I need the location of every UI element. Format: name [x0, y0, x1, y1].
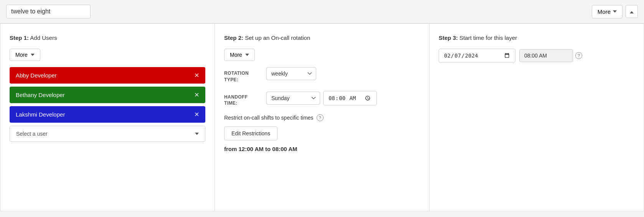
handoff-time-label: HANDOFFTIME:	[224, 91, 266, 107]
rotation-type-control: weekly daily custom	[266, 67, 420, 80]
more-chevron-step2-icon	[245, 54, 249, 56]
user-item-lakshmi[interactable]: Lakshmi Developer ✕	[10, 106, 205, 123]
remove-lakshmi-icon[interactable]: ✕	[194, 111, 199, 118]
remove-abby-icon[interactable]: ✕	[194, 72, 199, 79]
step1-text: Add Users	[29, 35, 57, 41]
top-bar: More	[0, 0, 644, 23]
remove-bethany-icon[interactable]: ✕	[194, 91, 199, 99]
edit-restrictions-button[interactable]: Edit Restrictions	[224, 127, 277, 140]
step2-bold: Step 2:	[224, 35, 243, 41]
handoff-day-select[interactable]: Sunday Monday Tuesday Wednesday Thursday…	[266, 92, 320, 105]
schedule-title-input[interactable]	[6, 5, 91, 18]
user-item-abby[interactable]: Abby Developer ✕	[10, 67, 205, 84]
step1-header: Step 1: Add Users	[10, 35, 205, 41]
select-user-dropdown[interactable]: Select a user	[10, 126, 205, 142]
more-btn-step1-label: More	[15, 52, 28, 58]
more-btn-step2-label: More	[230, 52, 242, 58]
restrict-help-icon[interactable]: ?	[317, 114, 324, 121]
collapse-button[interactable]	[626, 5, 638, 18]
step1-bold: Step 1:	[10, 35, 29, 41]
step3-bold: Step 3:	[439, 35, 458, 41]
top-right-controls: More	[592, 5, 638, 18]
more-chevron-step1-icon	[31, 54, 35, 56]
step2-text: Set up an On-call rotation	[243, 35, 310, 41]
user-lakshmi-name: Lakshmi Developer	[16, 111, 65, 118]
start-time-input[interactable]	[519, 49, 573, 62]
restrict-label: Restrict on-call shifts to specific time…	[224, 115, 314, 121]
step3-text: Start time for this layer	[458, 35, 517, 41]
handoff-time-input[interactable]	[323, 91, 377, 106]
select-user-chevron-icon	[195, 133, 199, 135]
more-button-step1[interactable]: More	[10, 49, 40, 61]
start-date-input[interactable]	[439, 49, 515, 62]
step3-help-icon[interactable]: ?	[575, 52, 582, 59]
handoff-time-control: Sunday Monday Tuesday Wednesday Thursday…	[266, 91, 420, 106]
step3-controls: ?	[439, 49, 634, 62]
more-chevron-down-icon	[613, 10, 617, 13]
rotation-type-select[interactable]: weekly daily custom	[266, 67, 316, 80]
handoff-time-row: HANDOFFTIME: Sunday Monday Tuesday Wedne…	[224, 91, 420, 107]
rotation-type-label: ROTATIONTYPE:	[224, 67, 266, 83]
select-user-placeholder: Select a user	[16, 131, 48, 137]
from-to-text: from 12:00 AM to 08:00 AM	[224, 146, 420, 152]
user-abby-name: Abby Developer	[16, 72, 57, 79]
chevron-up-icon	[630, 11, 634, 13]
step2-column: Step 2: Set up an On-call rotation More …	[215, 24, 429, 211]
main-content: Step 1: Add Users More Abby Developer ✕ …	[0, 23, 644, 211]
rotation-type-row: ROTATIONTYPE: weekly daily custom	[224, 67, 420, 83]
more-button-step2[interactable]: More	[224, 49, 255, 61]
more-button-top-label: More	[598, 8, 611, 15]
edit-restrictions-label: Edit Restrictions	[231, 130, 270, 136]
step3-header: Step 3: Start time for this layer	[439, 35, 634, 41]
handoff-controls: Sunday Monday Tuesday Wednesday Thursday…	[266, 91, 420, 106]
user-item-bethany[interactable]: Bethany Developer ✕	[10, 87, 205, 103]
more-button-top[interactable]: More	[592, 5, 623, 18]
step3-column: Step 3: Start time for this layer ?	[429, 24, 644, 211]
step2-header: Step 2: Set up an On-call rotation	[224, 35, 420, 41]
user-bethany-name: Bethany Developer	[16, 92, 65, 98]
restrict-row: Restrict on-call shifts to specific time…	[224, 114, 420, 121]
step1-column: Step 1: Add Users More Abby Developer ✕ …	[0, 24, 215, 211]
